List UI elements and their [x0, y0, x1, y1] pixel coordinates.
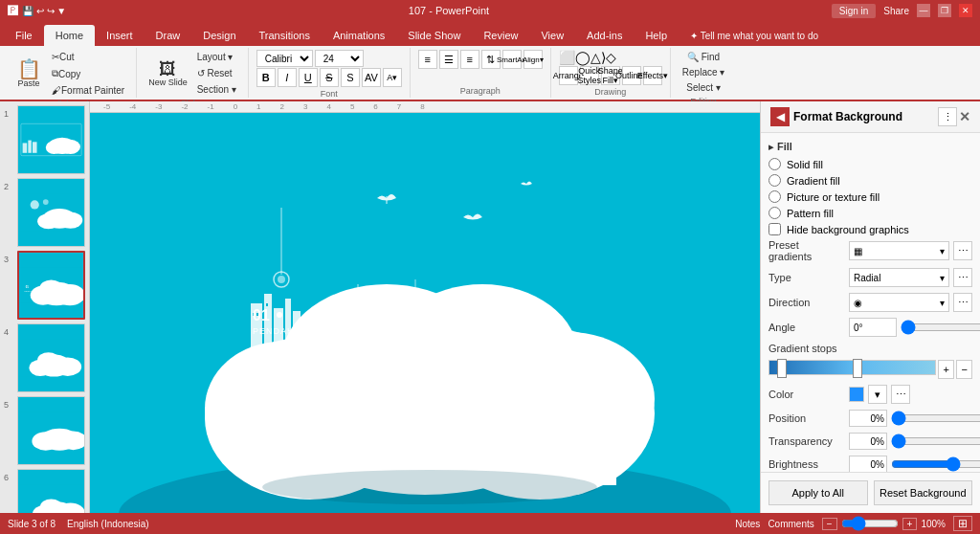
align-left-btn[interactable]: ≡ [418, 50, 437, 69]
align-text-btn[interactable]: Align▾ [523, 50, 543, 69]
format-painter-btn[interactable]: 🖌 Format Painter [48, 83, 128, 98]
tab-file[interactable]: File [4, 25, 44, 46]
solid-fill-option[interactable]: Solid fill [768, 158, 972, 170]
angle-slider[interactable] [901, 320, 980, 335]
cut-btn[interactable]: ✂ Cut [48, 50, 128, 64]
angle-input[interactable] [849, 318, 897, 337]
direction-more-btn[interactable]: ⋯ [953, 293, 972, 312]
bold-btn[interactable]: B [256, 68, 276, 87]
direction-dropdown[interactable]: ◉ ▾ [849, 293, 949, 312]
tab-addins[interactable]: Add-ins [575, 25, 634, 46]
close-btn[interactable]: ✕ [959, 4, 972, 17]
italic-btn[interactable]: I [278, 68, 297, 87]
transparency-slider[interactable] [891, 434, 980, 449]
gradient-handle-1[interactable] [777, 359, 787, 378]
align-right-btn[interactable]: ≡ [460, 50, 479, 69]
zoom-in-btn[interactable]: + [902, 518, 918, 530]
shape-effects-btn[interactable]: Effects▾ [643, 66, 662, 85]
type-dropdown[interactable]: Radial ▾ [849, 268, 949, 287]
tab-insert[interactable]: Insert [95, 25, 145, 46]
copy-btn[interactable]: ⧉ Copy [48, 66, 128, 81]
position-input[interactable] [849, 410, 887, 427]
svg-point-51 [278, 276, 285, 283]
notes-btn[interactable]: Notes [735, 519, 760, 529]
select-btn[interactable]: Select ▾ [682, 80, 724, 95]
slide-thumb-6[interactable]: 6 [4, 469, 85, 513]
tab-slideshow[interactable]: Slide Show [396, 25, 472, 46]
brightness-input[interactable] [849, 456, 887, 472]
panel-back-btn[interactable]: ◀ [770, 107, 790, 126]
tab-search[interactable]: ✦ Tell me what you want to do [679, 25, 830, 46]
brightness-slider[interactable] [891, 456, 980, 472]
slide-thumb-4[interactable]: 4 [4, 323, 85, 392]
panel-close-btn[interactable]: ✕ [959, 109, 970, 124]
comments-btn[interactable]: Comments [768, 519, 813, 529]
fit-slide-btn[interactable]: ⊞ [953, 516, 972, 531]
gradient-bar[interactable] [768, 360, 936, 375]
color-more-btn[interactable]: ⋯ [891, 385, 910, 404]
reset-btn[interactable]: ↺ Reset [193, 66, 240, 80]
pattern-fill-radio[interactable] [768, 207, 781, 219]
align-center-btn[interactable]: ☰ [439, 50, 458, 69]
tab-draw[interactable]: Draw [145, 25, 192, 46]
minimize-btn[interactable]: — [917, 4, 930, 17]
tab-transitions[interactable]: Transitions [248, 25, 322, 46]
section-btn[interactable]: Section ▾ [193, 82, 240, 97]
replace-btn[interactable]: Replace ▾ [679, 65, 728, 79]
type-more-btn[interactable]: ⋯ [953, 268, 972, 287]
layout-btn[interactable]: Layout ▾ [193, 50, 240, 64]
apply-to-all-btn[interactable]: Apply to All [768, 480, 868, 505]
picture-fill-option[interactable]: Picture or texture fill [768, 190, 972, 203]
color-swatch[interactable] [849, 387, 864, 402]
restore-btn[interactable]: ❐ [938, 4, 951, 17]
tab-animations[interactable]: Animations [322, 25, 396, 46]
paste-btn[interactable]: 📋 Paste [11, 57, 46, 90]
char-spacing-btn[interactable]: AV [362, 68, 381, 87]
title-bar-left: 🅿 💾 ↩ ↪ ▼ [8, 5, 66, 16]
tab-view[interactable]: View [529, 25, 575, 46]
gradient-fill-radio[interactable] [768, 174, 781, 187]
slide-thumb-2[interactable]: 2 [4, 178, 85, 247]
panel-options-btn[interactable]: ⋮ [938, 107, 957, 126]
tab-help[interactable]: Help [634, 25, 679, 46]
new-slide-btn[interactable]: 🖼 New Slide [145, 58, 191, 89]
ribbon-content: 📋 Paste ✂ Cut ⧉ Copy 🖌 Format Painter Cl… [0, 46, 980, 101]
slide-thumb-1[interactable]: 1 [4, 105, 85, 174]
zoom-slider[interactable] [841, 518, 899, 529]
reset-background-btn[interactable]: Reset Background [874, 480, 973, 505]
position-slider[interactable] [891, 411, 980, 426]
remove-gradient-stop-btn[interactable]: − [956, 360, 972, 379]
gradient-handle-2[interactable] [853, 359, 862, 378]
font-color-btn[interactable]: A▾ [383, 68, 402, 87]
svg-point-10 [37, 213, 59, 229]
slide-thumb-3[interactable]: 3 01 PENDAHULUAN [4, 251, 85, 320]
transparency-input[interactable] [849, 433, 887, 450]
tab-design[interactable]: Design [191, 25, 247, 46]
shadow-btn[interactable]: S [341, 68, 360, 87]
color-picker-btn[interactable]: ▾ [868, 385, 887, 404]
picture-fill-radio[interactable] [768, 190, 781, 203]
pattern-fill-option[interactable]: Pattern fill [768, 207, 972, 219]
add-gradient-stop-btn[interactable]: + [938, 360, 954, 379]
tab-home[interactable]: Home [44, 25, 95, 46]
tab-review[interactable]: Review [472, 25, 529, 46]
strikethrough-btn[interactable]: S [320, 68, 339, 87]
convert-smartart-btn[interactable]: SmartArt [502, 50, 522, 69]
underline-btn[interactable]: U [299, 68, 318, 87]
solid-fill-radio[interactable] [768, 158, 781, 170]
font-size-select[interactable]: 24 [315, 50, 364, 67]
hide-bg-option[interactable]: Hide background graphics [768, 223, 972, 235]
zoom-out-btn[interactable]: − [822, 518, 837, 530]
arrange-btn[interactable]: Arrange [559, 66, 578, 85]
slide-thumb-5[interactable]: 5 [4, 396, 85, 465]
share-btn[interactable]: Share [883, 6, 909, 16]
preset-gradients-more-btn[interactable]: ⋯ [953, 241, 972, 260]
hide-bg-checkbox[interactable] [768, 223, 781, 235]
find-btn[interactable]: 🔍 Find [683, 50, 724, 64]
font-family-select[interactable]: Calibri [256, 50, 313, 67]
sign-in-btn[interactable]: Sign in [832, 4, 877, 18]
gradient-fill-option[interactable]: Gradient fill [768, 174, 972, 187]
quick-styles-btn[interactable]: Quick Styles [580, 66, 599, 85]
slide-canvas[interactable]: 01 PENDAHULUAN 🏛 [90, 113, 760, 513]
preset-gradients-dropdown[interactable]: ▦ ▾ [849, 241, 949, 260]
